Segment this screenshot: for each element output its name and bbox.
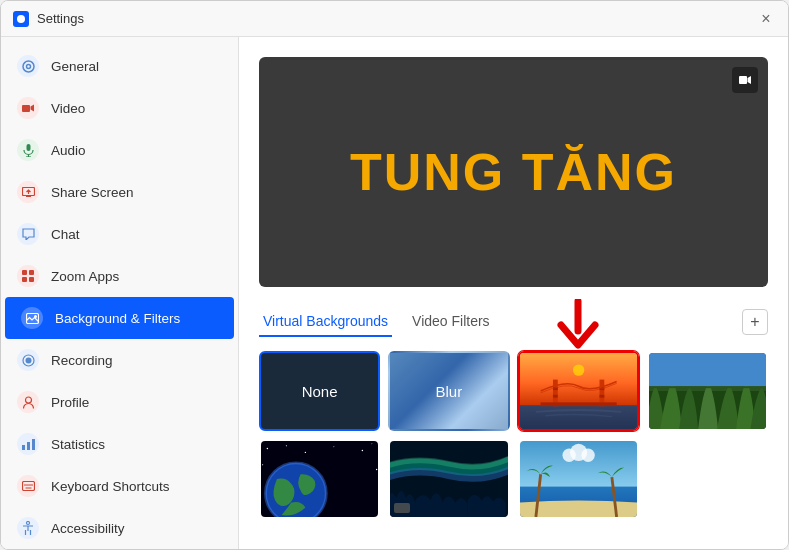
svg-rect-30 — [552, 395, 557, 398]
content-area: General Video Audio — [1, 37, 788, 549]
sidebar-item-chat[interactable]: Chat — [1, 213, 238, 255]
background-tropical[interactable] — [518, 439, 639, 519]
background-filters-label: Background & Filters — [55, 311, 180, 326]
share-screen-label: Share Screen — [51, 185, 134, 200]
svg-rect-28 — [599, 380, 604, 407]
svg-point-47 — [376, 469, 377, 470]
profile-label: Profile — [51, 395, 89, 410]
preview-badge — [732, 67, 758, 93]
svg-point-15 — [25, 357, 31, 363]
background-blur[interactable]: Blur — [388, 351, 509, 431]
svg-point-57 — [581, 449, 594, 462]
titlebar-left: Settings — [13, 11, 84, 27]
background-icon — [21, 307, 43, 329]
svg-rect-24 — [739, 76, 747, 84]
svg-rect-4 — [26, 144, 30, 151]
keyboard-shortcuts-label: Keyboard Shortcuts — [51, 479, 170, 494]
svg-point-16 — [25, 397, 31, 403]
svg-rect-3 — [22, 105, 30, 112]
svg-point-41 — [286, 445, 287, 446]
svg-rect-19 — [32, 439, 35, 450]
main-content: TUNG TĂNG Virtual Backgrounds Video Filt… — [239, 37, 788, 549]
svg-point-46 — [262, 464, 263, 465]
background-none[interactable]: None — [259, 351, 380, 431]
video-preview: TUNG TĂNG — [259, 57, 768, 287]
svg-point-43 — [333, 446, 334, 447]
svg-point-45 — [371, 443, 372, 444]
svg-rect-26 — [520, 405, 637, 429]
backgrounds-grid: None Blur — [259, 351, 768, 519]
recording-icon — [17, 349, 39, 371]
recording-label: Recording — [51, 353, 113, 368]
svg-point-2 — [26, 64, 30, 68]
add-background-button[interactable]: + — [742, 309, 768, 335]
statistics-label: Statistics — [51, 437, 105, 452]
sidebar-item-statistics[interactable]: Statistics — [1, 423, 238, 465]
svg-point-44 — [362, 450, 364, 452]
svg-point-13 — [34, 315, 37, 318]
video-label: Video — [51, 101, 85, 116]
sidebar-item-keyboard-shortcuts[interactable]: Keyboard Shortcuts — [1, 465, 238, 507]
chat-label: Chat — [51, 227, 80, 242]
sidebar-item-profile[interactable]: Profile — [1, 381, 238, 423]
general-label: General — [51, 59, 99, 74]
blur-label: Blur — [436, 383, 463, 400]
keyboard-icon — [17, 475, 39, 497]
close-button[interactable]: × — [756, 9, 776, 29]
background-bridge[interactable] — [518, 351, 639, 431]
preview-name-text: TUNG TĂNG — [350, 142, 677, 202]
svg-rect-9 — [29, 270, 34, 275]
svg-rect-20 — [22, 482, 34, 491]
none-label: None — [302, 383, 338, 400]
zoom-apps-label: Zoom Apps — [51, 269, 119, 284]
audio-label: Audio — [51, 143, 86, 158]
statistics-icon — [17, 433, 39, 455]
svg-rect-38 — [649, 386, 766, 388]
window-title: Settings — [37, 11, 84, 26]
svg-rect-11 — [29, 277, 34, 282]
svg-point-34 — [572, 364, 583, 375]
accessibility-icon — [17, 517, 39, 539]
tab-virtual-backgrounds[interactable]: Virtual Backgrounds — [259, 307, 392, 337]
settings-window: Settings × General — [0, 0, 789, 550]
background-nature[interactable] — [647, 351, 768, 431]
titlebar: Settings × — [1, 1, 788, 37]
zoom-apps-icon — [17, 265, 39, 287]
app-icon — [13, 11, 29, 27]
tab-list: Virtual Backgrounds Video Filters — [259, 307, 510, 337]
svg-rect-18 — [27, 442, 30, 450]
svg-point-0 — [17, 15, 25, 23]
audio-icon — [17, 139, 39, 161]
svg-rect-8 — [22, 270, 27, 275]
sidebar-item-background-filters[interactable]: Background & Filters — [5, 297, 234, 339]
share-screen-icon — [17, 181, 39, 203]
video-indicator-icon — [394, 503, 410, 513]
sidebar-item-zoom-apps[interactable]: Zoom Apps — [1, 255, 238, 297]
svg-rect-27 — [552, 380, 557, 407]
svg-rect-32 — [599, 395, 604, 398]
chat-icon — [17, 223, 39, 245]
sidebar-item-share-screen[interactable]: Share Screen — [1, 171, 238, 213]
sidebar-item-video[interactable]: Video — [1, 87, 238, 129]
svg-rect-37 — [649, 353, 766, 386]
svg-rect-33 — [540, 402, 616, 406]
background-aurora[interactable] — [388, 439, 509, 519]
tab-video-filters[interactable]: Video Filters — [408, 307, 494, 337]
general-icon — [17, 55, 39, 77]
sidebar-item-recording[interactable]: Recording — [1, 339, 238, 381]
background-bridge-wrapper — [518, 351, 639, 431]
accessibility-label: Accessibility — [51, 521, 125, 536]
svg-rect-10 — [22, 277, 27, 282]
sidebar: General Video Audio — [1, 37, 239, 549]
svg-rect-17 — [22, 445, 25, 450]
background-earth[interactable] — [259, 439, 380, 519]
svg-point-23 — [27, 522, 30, 525]
video-icon-nav — [17, 97, 39, 119]
sidebar-item-accessibility[interactable]: Accessibility — [1, 507, 238, 549]
svg-point-1 — [23, 61, 34, 72]
tabs-row: Virtual Backgrounds Video Filters + — [259, 307, 768, 337]
profile-icon — [17, 391, 39, 413]
sidebar-item-general[interactable]: General — [1, 45, 238, 87]
svg-point-42 — [305, 452, 306, 453]
sidebar-item-audio[interactable]: Audio — [1, 129, 238, 171]
